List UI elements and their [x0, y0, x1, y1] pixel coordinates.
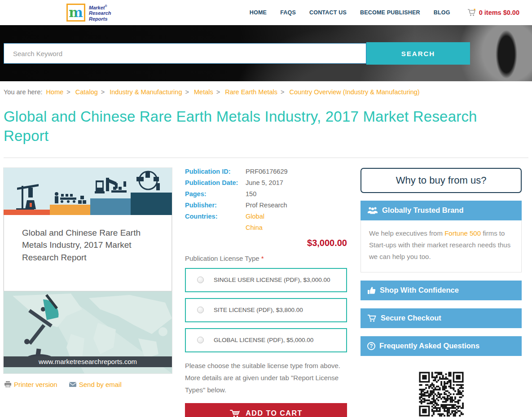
breadcrumb: You are here: Home> Catalog> Industry & … [0, 81, 532, 96]
breadcrumb-rare-earth-metals[interactable]: Rare Earth Metals [225, 88, 277, 96]
publication-date-value: June 5, 2017 [246, 179, 283, 186]
detail-row: Publication Date: June 5, 2017 [185, 179, 347, 190]
country-global-link[interactable]: Global [246, 213, 264, 220]
cover-map-section: www.marketresearchreports.com [4, 291, 172, 373]
secure-checkout-header: Secure Checkout [361, 308, 522, 328]
price: $3,000.00 [185, 238, 347, 248]
detail-row: Countries: Global [185, 213, 347, 224]
pages-value: 150 [246, 190, 256, 198]
send-by-email-label: Send by email [79, 381, 122, 388]
nav-item-become-publisher[interactable]: BECOME PUBLISHER [360, 9, 420, 16]
printer-version-link[interactable]: Printer version [4, 381, 57, 388]
license-option-site[interactable]: SITE LICENSE (PDF), $3,800.00 [185, 298, 347, 322]
radio-button[interactable] [197, 307, 204, 313]
nav-item-home[interactable]: HOME [250, 9, 267, 16]
license-option-global[interactable]: GLOBAL LICENSE (PDF), $5,000.00 [185, 328, 347, 352]
printer-version-label: Printer version [14, 381, 57, 388]
publication-details-column: Publication ID: PRF06176629 Publication … [185, 168, 347, 417]
cart-count-text: 0 items $0.00 [479, 9, 519, 16]
search-form: SEARCH [4, 43, 470, 65]
globally-trusted-brand-label: Globally Trusted Brand [382, 206, 464, 215]
logo-line3: Reports [89, 16, 111, 22]
breadcrumb-catalog[interactable]: Catalog [75, 88, 98, 96]
step-navy [131, 193, 172, 215]
license-option-single-user[interactable]: SINGLE USER LICENSE (PDF), $3,000.00 [185, 268, 347, 292]
breadcrumb-separator: > [216, 88, 220, 96]
users-icon [367, 206, 378, 214]
breadcrumb-home[interactable]: Home [46, 88, 64, 96]
globally-trusted-brand-body: We help executives from Fortune 500 firm… [361, 220, 522, 272]
publication-id-value: PRF06176629 [246, 168, 288, 175]
breadcrumb-separator: > [101, 88, 105, 96]
header: m Market® Research Reports HOME FAQS CON… [0, 0, 532, 25]
logo-line1: Market [89, 4, 105, 10]
breadcrumb-separator: > [281, 88, 284, 96]
brand-logo[interactable]: m Market® Research Reports [66, 4, 111, 22]
cart-icon [467, 9, 476, 17]
license-option-label: SINGLE USER LICENSE (PDF), $3,000.00 [214, 277, 330, 283]
detail-label: Publication Date: [185, 179, 246, 186]
secure-checkout-label: Secure Checkout [381, 314, 441, 322]
qr-code [418, 370, 465, 417]
radio-button[interactable] [197, 337, 204, 343]
radio-button[interactable] [197, 277, 204, 283]
question-icon: ? [367, 342, 375, 350]
breadcrumb-metals[interactable]: Metals [194, 88, 213, 96]
search-button[interactable]: SEARCH [366, 42, 470, 65]
license-note: Please choose the suitable license type … [185, 360, 344, 396]
share-actions: Printer version Send by email [4, 381, 172, 388]
license-option-label: GLOBAL LICENSE (PDF), $5,000.00 [214, 337, 313, 343]
cover-website-bar: www.marketresearchreports.com [4, 356, 172, 367]
shop-with-confidence-header: Shop With Confidence [361, 281, 522, 300]
nav-item-blog[interactable]: BLOG [434, 9, 450, 16]
top-navigation: HOME FAQS CONTACT US BECOME PUBLISHER BL… [250, 9, 450, 16]
why-to-buy-box: Why to buy from us? [361, 168, 522, 193]
faq-label: Frequently Asked Questions [379, 342, 479, 350]
step-red [4, 210, 50, 215]
nav-item-faqs[interactable]: FAQS [280, 9, 296, 16]
product-image-column: Global and Chinese Rare Earth Metals Ind… [4, 168, 172, 388]
detail-label: Publication ID: [185, 168, 246, 175]
license-type-label: Publication License Type * [185, 255, 347, 262]
publisher-value: Prof Research [246, 202, 287, 209]
nav-item-contact-us[interactable]: CONTACT US [309, 9, 347, 16]
cart-icon-white [367, 314, 377, 322]
globally-trusted-brand-header: Globally Trusted Brand [361, 201, 522, 220]
add-to-cart-cart-icon [229, 409, 240, 417]
send-by-email-link[interactable]: Send by email [69, 381, 122, 388]
qr-code-wrap [361, 370, 522, 417]
logo-wordmark: Market® Research Reports [89, 4, 111, 22]
license-type-text: Publication License Type [185, 255, 261, 262]
sidebar: Why to buy from us? Globally Trusted Bra… [361, 168, 522, 417]
shop-with-confidence-label: Shop With Confidence [380, 286, 459, 294]
cover-title-text: Global and Chinese Rare Earth Metals Ind… [22, 227, 158, 264]
breadcrumb-country-overview[interactable]: Country Overview (Industry & Manufacturi… [290, 88, 420, 96]
cart-status[interactable]: 0 items $0.00 [467, 9, 519, 17]
detail-row: Publisher: Prof Research [185, 202, 347, 213]
breadcrumb-industry-manufacturing[interactable]: Industry & Manufacturing [110, 88, 182, 96]
logo-letter: m [69, 6, 83, 19]
detail-row: Publication ID: PRF06176629 [185, 168, 347, 179]
add-to-cart-label: ADD TO CART [246, 409, 302, 417]
main-content: Global and Chinese Rare Earth Metals Ind… [0, 158, 532, 417]
detail-label: Countries: [185, 213, 246, 220]
search-input[interactable] [4, 43, 366, 64]
registered-mark: ® [105, 4, 107, 8]
trusted-body-text: We help executives from [369, 229, 444, 237]
logo-m-icon: m [66, 4, 85, 22]
cover-website-text: www.marketresearchreports.com [39, 358, 137, 365]
add-to-cart-button[interactable]: ADD TO CART [185, 403, 347, 417]
fortune-500-link[interactable]: Fortune 500 [444, 229, 481, 237]
detail-label: Publisher: [185, 202, 246, 209]
faq-header[interactable]: ? Frequently Asked Questions [361, 336, 522, 356]
license-option-label: SITE LICENSE (PDF), $3,800.00 [214, 307, 303, 313]
product-cover-image: Global and Chinese Rare Earth Metals Ind… [4, 168, 172, 373]
logo-line2: Research [89, 10, 111, 16]
breadcrumb-prefix: You are here: [4, 88, 43, 96]
step-blue [90, 198, 131, 215]
thumbs-up-icon [367, 286, 376, 294]
detail-row: Pages: 150 [185, 190, 347, 202]
detail-row: China [185, 224, 347, 235]
industry-illustration [4, 168, 172, 215]
country-china-link[interactable]: China [246, 224, 263, 231]
